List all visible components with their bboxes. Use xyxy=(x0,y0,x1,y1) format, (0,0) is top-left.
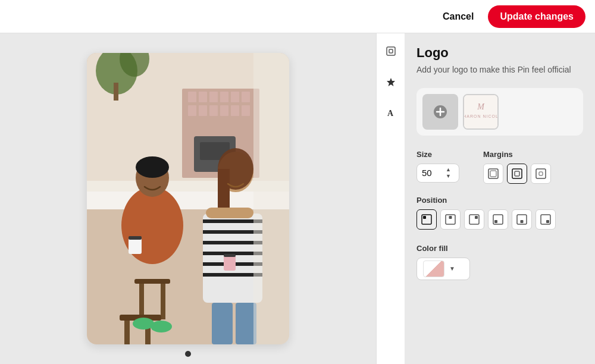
svg-rect-64 xyxy=(515,171,519,176)
position-section: Position xyxy=(416,196,583,230)
svg-rect-6 xyxy=(209,92,218,102)
svg-rect-68 xyxy=(423,216,426,219)
logo-image-option[interactable]: M SHARON NICOLE xyxy=(463,94,499,130)
svg-text:M: M xyxy=(477,102,485,111)
size-section: Size 50 ▲ ▼ xyxy=(416,150,459,183)
svg-rect-58 xyxy=(464,95,497,128)
svg-rect-4 xyxy=(188,92,196,102)
svg-rect-70 xyxy=(449,216,452,219)
svg-rect-40 xyxy=(224,255,236,271)
position-bottom-center-button[interactable] xyxy=(512,209,532,230)
svg-rect-7 xyxy=(220,92,228,102)
logo-description: Add your logo to make this Pin feel offi… xyxy=(416,64,583,76)
top-bar: Cancel Update changes xyxy=(0,0,595,33)
size-input-wrapper: 50 ▲ ▼ xyxy=(416,164,459,183)
svg-marker-53 xyxy=(387,78,395,86)
color-swatch xyxy=(423,261,444,277)
svg-rect-46 xyxy=(124,321,130,344)
svg-rect-74 xyxy=(494,220,497,223)
svg-rect-25 xyxy=(129,237,142,254)
position-bottom-right-button[interactable] xyxy=(536,209,556,230)
pin-image-card xyxy=(87,53,289,344)
pin-icon-button[interactable] xyxy=(380,40,402,62)
svg-rect-72 xyxy=(475,216,478,219)
svg-rect-66 xyxy=(539,172,543,175)
svg-rect-41 xyxy=(224,254,236,257)
svg-point-49 xyxy=(151,321,172,332)
svg-rect-12 xyxy=(209,105,218,116)
svg-rect-50 xyxy=(253,53,289,344)
svg-rect-11 xyxy=(199,105,207,116)
bottom-indicator xyxy=(185,351,191,357)
svg-rect-15 xyxy=(242,105,250,116)
svg-rect-65 xyxy=(536,169,546,178)
color-fill-dropdown[interactable]: ▼ xyxy=(416,258,470,280)
size-stepper: ▲ ▼ xyxy=(446,167,451,180)
svg-point-24 xyxy=(136,156,169,178)
margins-label: Margins xyxy=(483,150,551,159)
position-label: Position xyxy=(416,196,583,205)
svg-rect-78 xyxy=(546,220,549,223)
color-fill-section: Color fill ▼ xyxy=(416,244,583,280)
size-label: Size xyxy=(416,150,459,159)
size-increment-button[interactable]: ▲ xyxy=(446,167,451,173)
svg-rect-28 xyxy=(139,284,144,319)
svg-text:A: A xyxy=(387,109,394,118)
position-options xyxy=(416,209,583,230)
svg-rect-20 xyxy=(114,83,118,101)
svg-rect-52 xyxy=(389,49,393,53)
main-area: A Logo Add your logo to make this Pin fe… xyxy=(0,33,595,364)
svg-rect-13 xyxy=(220,105,228,116)
position-top-left-button[interactable] xyxy=(416,209,437,230)
margins-section: Margins xyxy=(483,150,551,184)
dropdown-arrow-icon: ▼ xyxy=(449,265,455,272)
size-decrement-button[interactable]: ▼ xyxy=(446,173,451,180)
size-input[interactable]: 50 xyxy=(422,168,443,178)
pin-photo xyxy=(87,53,289,344)
star-icon-button[interactable] xyxy=(380,71,402,93)
color-fill-label: Color fill xyxy=(416,244,583,253)
sidebar-wrapper: A Logo Add your logo to make this Pin fe… xyxy=(376,33,595,364)
svg-rect-51 xyxy=(387,47,395,55)
margin-small-button[interactable] xyxy=(483,164,503,184)
size-margins-row: Size 50 ▲ ▼ Margins xyxy=(416,150,583,184)
text-icon-button[interactable]: A xyxy=(380,102,402,124)
add-logo-button[interactable] xyxy=(422,94,458,130)
svg-rect-62 xyxy=(490,171,496,177)
logo-selector: M SHARON NICOLE xyxy=(416,88,583,136)
sidebar-icon-rail: A xyxy=(376,33,405,364)
logo-title: Logo xyxy=(416,45,583,61)
margins-options xyxy=(483,164,551,184)
svg-rect-43 xyxy=(212,303,233,344)
svg-rect-27 xyxy=(134,279,170,284)
svg-rect-26 xyxy=(129,236,142,240)
position-top-right-button[interactable] xyxy=(464,209,484,230)
svg-rect-76 xyxy=(521,220,524,223)
canvas-area xyxy=(0,33,376,364)
svg-rect-61 xyxy=(488,169,498,178)
svg-rect-44 xyxy=(236,303,256,344)
svg-rect-10 xyxy=(188,105,196,116)
svg-text:SHARON NICOLE: SHARON NICOLE xyxy=(464,114,497,118)
logo-panel: Logo Add your logo to make this Pin feel… xyxy=(405,33,595,364)
margin-medium-button[interactable] xyxy=(507,164,527,184)
position-bottom-left-button[interactable] xyxy=(488,209,508,230)
svg-rect-5 xyxy=(199,92,207,102)
svg-rect-14 xyxy=(231,105,239,116)
svg-rect-63 xyxy=(512,169,522,178)
svg-rect-42 xyxy=(206,208,253,218)
update-changes-button[interactable]: Update changes xyxy=(488,5,585,28)
svg-rect-9 xyxy=(242,92,250,102)
position-top-center-button[interactable] xyxy=(440,209,461,230)
margin-large-button[interactable] xyxy=(531,164,551,184)
svg-rect-29 xyxy=(161,284,165,319)
cancel-button[interactable]: Cancel xyxy=(436,7,481,27)
svg-rect-8 xyxy=(231,92,239,102)
